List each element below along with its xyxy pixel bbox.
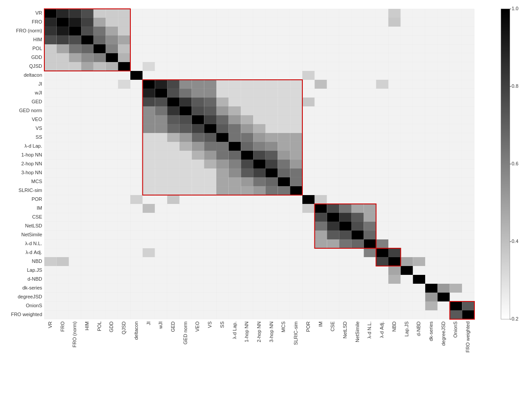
- heatmap-canvas: [0, 0, 532, 399]
